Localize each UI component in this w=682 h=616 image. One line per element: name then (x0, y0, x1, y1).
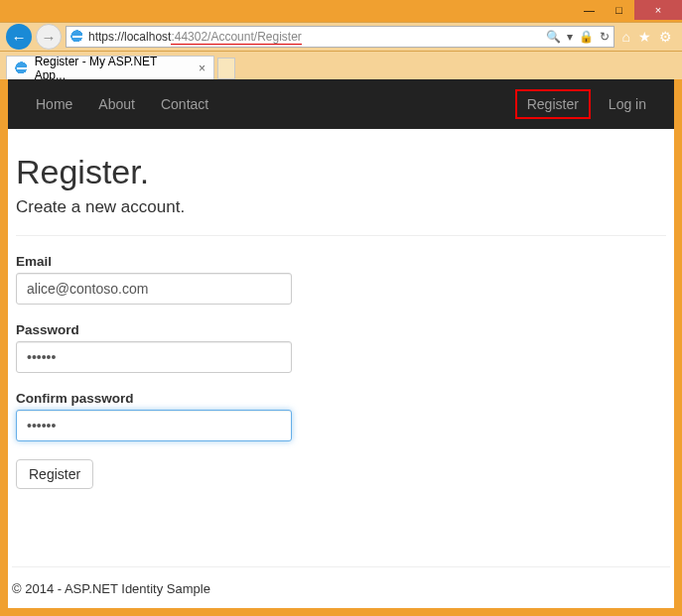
ie-favicon-icon (15, 62, 29, 75)
password-label: Password (16, 322, 666, 337)
nav-forward-button[interactable]: → (36, 24, 62, 50)
page-footer: © 2014 - ASP.NET Identity Sample (12, 566, 670, 596)
separator (16, 235, 666, 236)
window-titlebar: — □ × (0, 0, 682, 22)
home-icon[interactable]: ⌂ (622, 29, 630, 45)
page-content: Register. Create a new account. Email Pa… (12, 129, 670, 489)
window-minimize-button[interactable]: — (575, 0, 604, 20)
search-icon[interactable]: 🔍 (546, 30, 561, 44)
nav-contact-link[interactable]: Contact (161, 96, 208, 112)
url-host: localhost (124, 30, 171, 44)
email-label: Email (16, 254, 666, 269)
tab-close-icon[interactable]: × (199, 62, 205, 75)
favorites-icon[interactable]: ★ (638, 29, 651, 45)
url-port: :44302 (171, 30, 207, 45)
search-dropdown-icon[interactable]: ▾ (567, 30, 573, 44)
nav-back-button[interactable]: ← (6, 24, 32, 50)
new-tab-button[interactable] (217, 58, 235, 79)
page-subtitle: Create a new account. (16, 197, 666, 217)
register-button[interactable]: Register (16, 459, 93, 489)
url-path: /Account/Register (207, 30, 302, 45)
ie-favicon-icon (70, 30, 84, 44)
nav-about-link[interactable]: About (98, 96, 135, 112)
url-scheme: https:// (88, 30, 124, 44)
window-close-button[interactable]: × (634, 0, 682, 20)
browser-tab[interactable]: Register - My ASP.NET App... × (6, 56, 214, 79)
email-field[interactable] (16, 273, 292, 305)
confirm-password-label: Confirm password (16, 391, 666, 406)
page-title: Register. (16, 153, 666, 191)
lock-icon: 🔒 (579, 30, 594, 44)
window-maximize-button[interactable]: □ (605, 0, 633, 20)
nav-home-link[interactable]: Home (36, 96, 72, 112)
page-viewport: Home About Contact Register Log in Regis… (8, 79, 674, 608)
nav-register-link[interactable]: Register (515, 89, 591, 119)
browser-tabstrip: Register - My ASP.NET App... × (0, 52, 682, 79)
tab-title: Register - My ASP.NET App... (35, 55, 187, 82)
site-navbar: Home About Contact Register Log in (8, 79, 674, 129)
password-field[interactable] (16, 341, 292, 373)
address-bar[interactable]: https://localhost:44302/Account/Register… (66, 26, 614, 48)
tools-gear-icon[interactable]: ⚙ (659, 29, 672, 45)
refresh-icon[interactable]: ↻ (600, 30, 610, 44)
browser-toolbar: ← → https://localhost:44302/Account/Regi… (0, 22, 682, 52)
nav-login-link[interactable]: Log in (609, 96, 646, 112)
confirm-password-field[interactable] (16, 410, 292, 441)
